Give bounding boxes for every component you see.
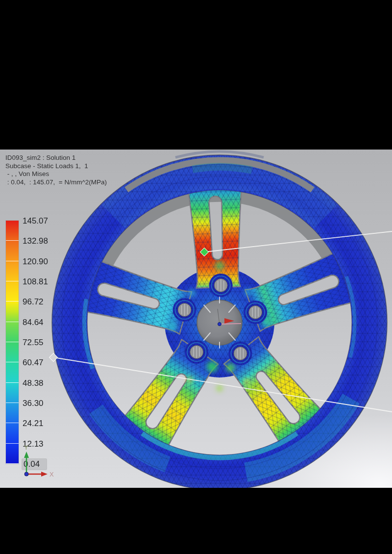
- origin-dot: [24, 472, 28, 476]
- wheel-model-svg: [0, 150, 392, 488]
- legend-label: 96.72: [23, 297, 57, 307]
- bolt-boss: [229, 342, 252, 365]
- bottom-letterbox: [0, 488, 392, 554]
- top-letterbox: [0, 0, 392, 150]
- view-triad: Y X: [0, 438, 64, 483]
- bolt-boss: [173, 298, 196, 322]
- viewport-canvas[interactable]: ID093_sim2 : Solution 1 Subcase - Static…: [0, 150, 392, 488]
- header-line-subcase: Subcase - Static Loads 1, 1: [5, 162, 88, 171]
- legend-label: 84.64: [23, 318, 57, 327]
- header-line-result-type: - , , Von Mises: [5, 170, 49, 178]
- legend-label: 108.81: [23, 277, 57, 287]
- header-line-solution: ID093_sim2 : Solution 1: [5, 154, 75, 162]
- legend-colorbar: [6, 221, 19, 464]
- bolt-boss: [185, 340, 208, 364]
- legend-label: 60.47: [23, 358, 57, 368]
- hub-face: [197, 297, 242, 348]
- legend-label: 72.55: [23, 338, 57, 348]
- legend-label: 36.30: [23, 399, 57, 408]
- legend-label: 120.90: [23, 257, 57, 267]
- legend-label: 24.21: [23, 419, 57, 428]
- header-line-range-units: : 0.04, : 145.07, = N/mm^2(MPa): [5, 178, 107, 187]
- legend-label: 48.38: [23, 378, 57, 388]
- legend-label: 132.98: [23, 236, 57, 246]
- legend-label: 145.07: [23, 216, 57, 226]
- bolt-boss: [209, 274, 233, 297]
- rim-top-teal: [193, 167, 252, 170]
- application-window: ID093_sim2 : Solution 1 Subcase - Static…: [0, 0, 392, 554]
- y-axis-label: Y: [24, 444, 28, 451]
- bolt-boss: [244, 301, 267, 324]
- x-axis-label: X: [49, 471, 54, 478]
